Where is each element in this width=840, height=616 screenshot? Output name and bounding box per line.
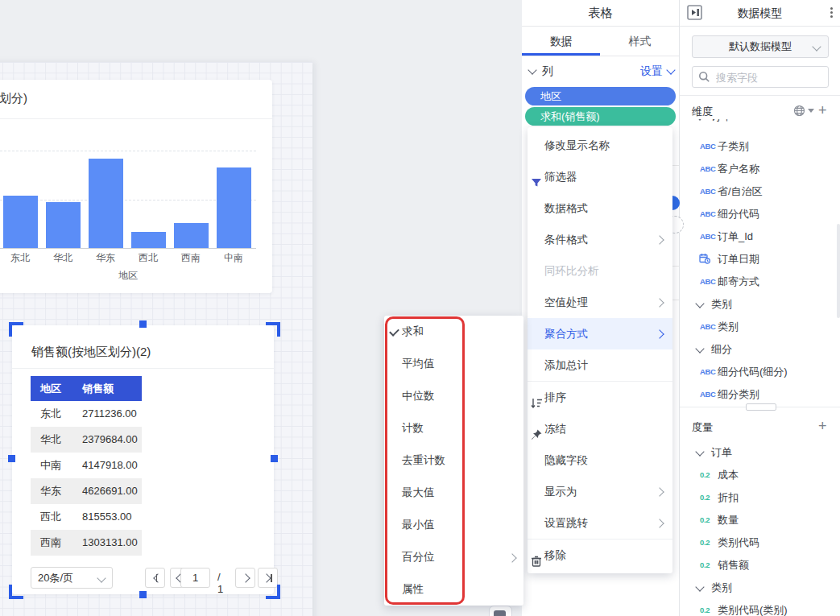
- page-size-select[interactable]: 20条/页: [31, 567, 113, 589]
- mini-widget-icon: [494, 610, 506, 616]
- menu-item-hide-field[interactable]: 隐藏字段: [528, 444, 672, 476]
- field-row[interactable]: ABC订单_Id: [680, 225, 840, 247]
- field-row[interactable]: ABC细分代码: [680, 202, 840, 225]
- menu-item-aggregation[interactable]: 聚合方式: [528, 318, 672, 349]
- add-dimension-icon[interactable]: +: [818, 105, 827, 116]
- selection-corner-handle[interactable]: [266, 585, 280, 599]
- menu-item-show-as[interactable]: 显示为: [528, 476, 672, 507]
- selection-corner-handle[interactable]: [9, 322, 23, 337]
- tab-data[interactable]: 数据: [522, 27, 601, 56]
- selection-corner-handle[interactable]: [266, 322, 280, 337]
- chevron-right-icon: [655, 329, 664, 338]
- field-row[interactable]: 0.2销售额: [680, 553, 840, 576]
- search-input[interactable]: [714, 68, 826, 88]
- field-row[interactable]: ABC类别: [680, 315, 840, 337]
- cell-region: 华东: [31, 478, 72, 504]
- chart-bar[interactable]: [217, 167, 251, 248]
- page-number-input[interactable]: [180, 568, 210, 588]
- dimensions-header: 维度 +: [692, 104, 840, 120]
- bar-chart-card[interactable]: 销售额(按地区划分) 东北 华北 华东 西北 西南 中南 地区: [0, 80, 272, 293]
- field-row[interactable]: 0.2折扣: [680, 486, 840, 508]
- chevron-right-icon: [655, 235, 664, 244]
- selection-edge-handle[interactable]: [8, 455, 15, 462]
- menu-item-period-comparison: 同环比分析: [528, 255, 672, 287]
- menu-item-filter[interactable]: 筛选器: [528, 161, 672, 192]
- string-type-icon: ABC: [700, 164, 716, 173]
- menu-item-remove[interactable]: 移除: [528, 540, 672, 571]
- field-group-row[interactable]: 订单: [680, 119, 840, 127]
- field-row[interactable]: 0.2类别代码: [680, 531, 840, 553]
- cell-sales: 1303131.00: [72, 530, 142, 556]
- chart-bar[interactable]: [46, 202, 81, 248]
- column-header[interactable]: 销售额: [72, 376, 142, 401]
- menu-item-set-jump[interactable]: 设置跳转: [528, 507, 672, 539]
- field-pill-region[interactable]: 地区: [525, 87, 676, 105]
- panel-title: 表格: [522, 0, 679, 27]
- chart-bar[interactable]: [89, 159, 123, 248]
- settings-chevron-icon[interactable]: [666, 65, 675, 74]
- field-context-menu: 修改显示名称 筛选器 数据格式 条件格式 同环比分析 空值处理 聚合方式 添加总…: [528, 127, 672, 573]
- field-row[interactable]: ABC子类别: [680, 134, 840, 157]
- add-measure-icon[interactable]: +: [818, 420, 827, 432]
- model-select[interactable]: 默认数据模型: [692, 35, 829, 58]
- field-row[interactable]: ABC省/自治区: [680, 180, 840, 202]
- column-header[interactable]: 地区: [31, 376, 72, 401]
- table-card[interactable]: 销售额(按地区划分)(2) 地区 销售额 东北 2711236.00 华北 23…: [12, 325, 274, 594]
- string-type-icon: ABC: [700, 142, 716, 151]
- next-page-button[interactable]: [235, 568, 255, 588]
- field-pill-sum-sales[interactable]: 求和(销售额): [525, 107, 676, 126]
- field-row[interactable]: 0.2类别代码(类别): [680, 598, 840, 616]
- selection-corner-handle[interactable]: [9, 585, 23, 599]
- menu-item-freeze[interactable]: 冻结: [528, 413, 672, 444]
- x-tick-label: 东北: [0, 251, 41, 265]
- globe-icon[interactable]: [793, 105, 805, 120]
- number-type-icon: 0.2: [700, 538, 710, 547]
- table-row: 西北 815553.00: [31, 504, 142, 530]
- x-tick-label: 华东: [85, 251, 126, 265]
- canvas-mini-widget[interactable]: [489, 606, 512, 616]
- measures-label: 度量: [692, 421, 713, 433]
- field-group-row[interactable]: 细分: [680, 337, 840, 360]
- string-type-icon: ABC: [700, 277, 716, 286]
- selection-edge-handle[interactable]: [139, 591, 147, 598]
- settings-link[interactable]: 设置: [640, 64, 663, 79]
- menu-item-conditional-format[interactable]: 条件格式: [528, 224, 672, 255]
- field-group-row[interactable]: 类别: [680, 292, 840, 315]
- last-page-icon: [263, 573, 271, 582]
- chevron-down-icon: [812, 42, 821, 51]
- more-options-icon[interactable]: [830, 7, 833, 19]
- chart-bar[interactable]: [131, 232, 166, 248]
- field-group-row[interactable]: 类别: [680, 576, 840, 598]
- menu-item-data-format[interactable]: 数据格式: [528, 192, 672, 224]
- field-row[interactable]: 0.2成本: [680, 463, 840, 486]
- field-group-row[interactable]: 订单: [680, 440, 840, 463]
- collapse-chevron-icon[interactable]: [528, 65, 536, 74]
- menu-item-null-handling[interactable]: 空值处理: [528, 287, 672, 318]
- chart-bar[interactable]: [3, 196, 38, 248]
- x-axis-line: [0, 248, 256, 249]
- table-row: 中南 4147918.00: [31, 453, 142, 478]
- menu-item-add-total[interactable]: 添加总计: [528, 349, 672, 381]
- chart-bar[interactable]: [174, 223, 209, 248]
- menu-item-sort[interactable]: 排序: [528, 382, 672, 413]
- selection-edge-handle[interactable]: [271, 455, 278, 462]
- date-type-icon: [699, 253, 710, 267]
- menu-item-rename[interactable]: 修改显示名称: [528, 130, 672, 161]
- field-row[interactable]: 0.2数量: [680, 508, 840, 531]
- table-row: 华东 4626691.00: [31, 478, 142, 504]
- tab-style[interactable]: 样式: [601, 27, 680, 56]
- selection-edge-handle[interactable]: [139, 320, 147, 328]
- field-row[interactable]: 订单日期: [680, 247, 840, 270]
- caret-down-icon[interactable]: [808, 109, 814, 113]
- dimensions-label: 维度: [692, 105, 713, 118]
- first-page-button[interactable]: [145, 568, 165, 588]
- x-axis-title: 地区: [0, 269, 256, 283]
- field-row[interactable]: ABC细分类别: [680, 382, 840, 405]
- field-row[interactable]: ABC客户名称: [680, 157, 840, 180]
- scrollbar-thumb[interactable]: [837, 224, 840, 318]
- field-row[interactable]: ABC邮寄方式: [680, 270, 840, 292]
- section-resize-handle[interactable]: [746, 403, 776, 411]
- field-row[interactable]: ABC细分代码(细分): [680, 360, 840, 382]
- number-type-icon: 0.2: [700, 470, 710, 479]
- sort-icon: [530, 391, 543, 403]
